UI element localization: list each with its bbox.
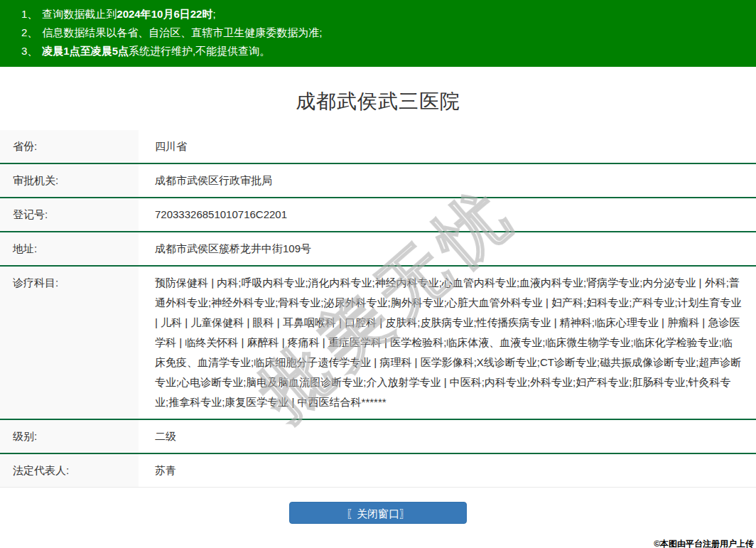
field-label: 级别: bbox=[0, 420, 139, 453]
info-row-approval-authority: 审批机关: 成都市武侯区行政审批局 bbox=[0, 163, 756, 197]
info-row-province: 省份: 四川省 bbox=[0, 130, 756, 163]
field-value: 成都市武侯区行政审批局 bbox=[139, 164, 756, 197]
field-label: 法定代表人: bbox=[0, 454, 139, 487]
notice-bold-text: 2024年10月6日22时 bbox=[117, 8, 212, 20]
notice-line-2: 2、信息数据结果以各省、自治区、直辖市卫生健康委数据为准; bbox=[21, 23, 749, 42]
hospital-info-table: 省份: 四川省 审批机关: 成都市武侯区行政审批局 登记号: 720333268… bbox=[0, 130, 756, 488]
notice-line-3: 3、凌晨1点至凌晨5点系统进行维护,不能提供查询。 bbox=[21, 42, 749, 60]
notice-number: 1、 bbox=[21, 8, 38, 20]
button-area: 〖关闭窗口〗 bbox=[0, 502, 756, 524]
info-row-level: 级别: 二级 bbox=[0, 419, 756, 453]
field-label: 省份: bbox=[0, 130, 139, 163]
hospital-title: 成都武侯武三医院 bbox=[0, 88, 756, 115]
notice-number: 3、 bbox=[21, 45, 38, 57]
notice-number: 2、 bbox=[21, 26, 38, 38]
field-value: 成都市武侯区簇桥龙井中街109号 bbox=[139, 232, 756, 265]
copyright-note: ©本图由平台注册用户上传 bbox=[654, 538, 754, 548]
notice-text: 信息数据结果以各省、自治区、直辖市卫生健康委数据为准; bbox=[42, 26, 322, 38]
field-label: 审批机关: bbox=[0, 164, 139, 197]
notice-line-1: 1、查询数据截止到2024年10月6日22时; bbox=[21, 5, 749, 23]
field-label: 诊疗科目: bbox=[0, 267, 139, 419]
notice-text: 系统进行维护,不能提供查询。 bbox=[129, 45, 270, 57]
notice-text: 查询数据截止到 bbox=[42, 8, 117, 20]
info-row-address: 地址: 成都市武侯区簇桥龙井中街109号 bbox=[0, 231, 756, 265]
field-value: 72033326851010716C2201 bbox=[139, 198, 756, 231]
notice-bold-text: 凌晨1点至凌晨5点 bbox=[42, 45, 129, 57]
field-value: 二级 bbox=[139, 420, 756, 453]
field-label: 地址: bbox=[0, 232, 139, 265]
notice-text: ; bbox=[212, 8, 215, 20]
field-value: 预防保健科 | 内科;呼吸内科专业;消化内科专业;神经内科专业;心血管内科专业;… bbox=[139, 267, 756, 419]
info-row-legal-representative: 法定代表人: 苏青 bbox=[0, 453, 756, 488]
field-value: 四川省 bbox=[139, 130, 756, 163]
info-row-registration-number: 登记号: 72033326851010716C2201 bbox=[0, 197, 756, 231]
field-value: 苏青 bbox=[139, 454, 756, 487]
field-label: 登记号: bbox=[0, 198, 139, 231]
info-row-medical-departments: 诊疗科目: 预防保健科 | 内科;呼吸内科专业;消化内科专业;神经内科专业;心血… bbox=[0, 265, 756, 419]
notice-banner: 1、查询数据截止到2024年10月6日22时; 2、信息数据结果以各省、自治区、… bbox=[0, 0, 756, 67]
title-section: 成都武侯武三医院 bbox=[0, 67, 756, 130]
close-window-button[interactable]: 〖关闭窗口〗 bbox=[289, 502, 467, 524]
